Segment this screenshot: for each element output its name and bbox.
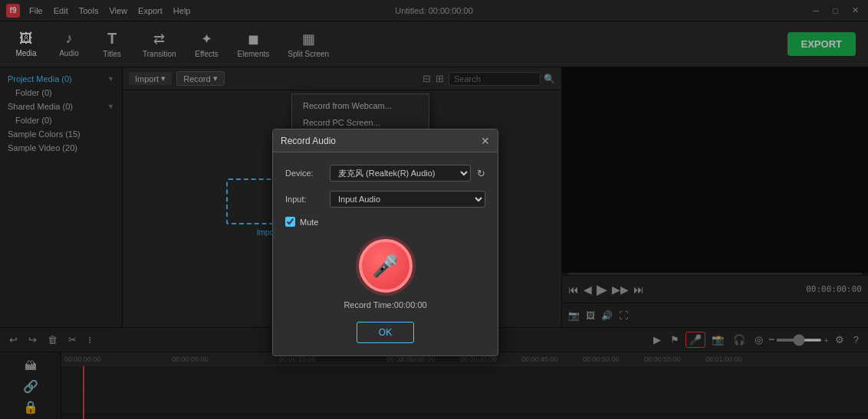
input-select[interactable]: Input Audio bbox=[330, 191, 485, 208]
record-time: Record Time:00:00:00 bbox=[285, 300, 485, 309]
mute-checkbox[interactable] bbox=[285, 217, 295, 227]
record-audio-dialog: Record Audio ✕ Device: 麦克风 (Realtek(R) A… bbox=[272, 129, 498, 356]
mic-record-button[interactable]: 🎤 bbox=[359, 239, 413, 293]
mute-row: Mute bbox=[285, 217, 485, 227]
device-label: Device: bbox=[285, 169, 324, 178]
ok-button[interactable]: OK bbox=[357, 322, 414, 343]
record-time-label: Record Time: bbox=[344, 300, 393, 309]
input-label: Input: bbox=[285, 195, 324, 204]
input-row: Input: Input Audio bbox=[285, 191, 485, 208]
mic-button-container: 🎤 bbox=[285, 239, 485, 293]
dialog-body: Device: 麦克风 (Realtek(R) Audio) ↻ Input: … bbox=[273, 152, 498, 355]
device-refresh-button[interactable]: ↻ bbox=[477, 168, 485, 179]
device-row: Device: 麦克风 (Realtek(R) Audio) ↻ bbox=[285, 165, 485, 182]
mic-icon: 🎤 bbox=[372, 254, 399, 279]
mute-label: Mute bbox=[300, 218, 318, 227]
record-time-value: 00:00:00 bbox=[394, 300, 427, 309]
dialog-title-bar: Record Audio ✕ bbox=[273, 129, 498, 152]
dialog-close-button[interactable]: ✕ bbox=[481, 135, 490, 147]
dialog-title: Record Audio bbox=[281, 136, 336, 146]
device-select[interactable]: 麦克风 (Realtek(R) Audio) bbox=[330, 165, 471, 182]
